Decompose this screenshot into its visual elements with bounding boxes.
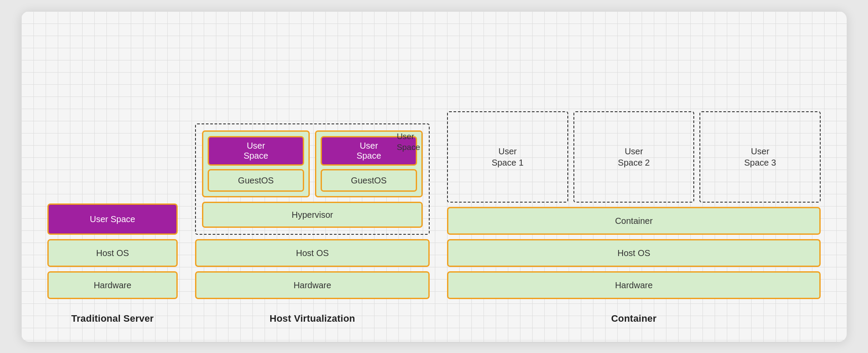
traditional-user-space: User Space xyxy=(47,203,178,235)
virt-vm1-guestos: GuestOS xyxy=(208,169,304,192)
traditional-server-column: User Space Host OS Hardware Traditional … xyxy=(39,24,186,329)
host-virt-column: User Space User Space GuestOS User Space… xyxy=(186,24,438,329)
container-userspace-1: User Space 1 xyxy=(447,111,568,203)
container-column: User Space 1 User Space 2 User Space 3 C… xyxy=(438,24,829,329)
container-userspace-3: User Space 3 xyxy=(699,111,821,203)
virt-vm1-userspace: User Space xyxy=(208,136,304,166)
virt-outer-dashed-box: User Space User Space GuestOS User Space… xyxy=(195,123,430,235)
virt-vm1-box: User Space GuestOS xyxy=(202,130,310,197)
traditional-hardware: Hardware xyxy=(47,271,178,299)
traditional-label: Traditional Server xyxy=(47,313,178,324)
virt-vm2-guestos: GuestOS xyxy=(321,169,417,192)
traditional-host-os: Host OS xyxy=(47,239,178,267)
virt-label: Host Virtualization xyxy=(195,313,430,324)
container-userspace-2: User Space 2 xyxy=(573,111,695,203)
virt-hardware: Hardware xyxy=(195,271,430,299)
diagram-container: User Space Host OS Hardware Traditional … xyxy=(21,11,847,342)
virt-hypervisor: Hypervisor xyxy=(202,202,423,228)
container-host-os: Host OS xyxy=(447,239,821,267)
container-label: Container xyxy=(447,313,821,324)
virt-vm-row: User Space GuestOS User Space GuestOS xyxy=(202,130,423,197)
container-hardware: Hardware xyxy=(447,271,821,299)
container-container: Container xyxy=(447,207,821,235)
virt-host-os: Host OS xyxy=(195,239,430,267)
container-user-row: User Space 1 User Space 2 User Space 3 xyxy=(447,111,821,203)
virt-userspace-outer-label: User Space xyxy=(397,131,420,153)
